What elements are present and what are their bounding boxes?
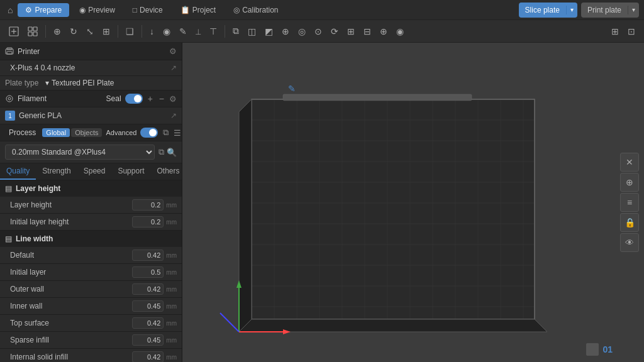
quality-tab-others[interactable]: Others	[150, 163, 182, 180]
tab-calibration[interactable]: ◎ Calibration	[226, 3, 286, 17]
tab-prepare[interactable]: ⚙ Prepare	[18, 3, 69, 17]
print-plate-button[interactable]: Print plate ▾	[581, 3, 639, 18]
svg-line-46	[220, 313, 239, 332]
support-button[interactable]: ↓	[146, 24, 158, 39]
process-global-tab[interactable]: Global	[42, 128, 70, 137]
toolbar-btn-k[interactable]: ◉	[392, 24, 408, 39]
t1-button[interactable]: ⊤	[206, 24, 221, 39]
toolbar-btn-e[interactable]: ◎	[294, 24, 309, 39]
initial-layer-height-input[interactable]	[132, 216, 164, 228]
filament-icon	[5, 94, 14, 103]
sparse-infill-label: Sparse infill	[10, 336, 132, 344]
default-lw-value: mm	[132, 250, 177, 261]
modify-button[interactable]: ✎	[175, 24, 191, 39]
svg-rect-3	[28, 27, 32, 31]
tab-preview[interactable]: ◉ Preview	[72, 3, 123, 17]
filament-add-button[interactable]: +	[147, 94, 154, 104]
seal-toggle[interactable]	[125, 94, 143, 104]
quality-tab-speed[interactable]: Speed	[77, 163, 112, 180]
move-button[interactable]: ⊕	[50, 24, 65, 39]
inner-wall-input[interactable]	[132, 300, 164, 312]
seam-button[interactable]: ◉	[159, 24, 174, 39]
home-button[interactable]: ⌂	[5, 4, 15, 16]
filament-remove-button[interactable]: −	[158, 94, 165, 104]
slice-plate-button[interactable]: Slice plate ▾	[519, 3, 577, 18]
quality-tab-strength[interactable]: Strength	[36, 163, 77, 180]
line-width-group-header[interactable]: ▤ Line width	[0, 231, 182, 247]
plate-square-icon	[586, 343, 599, 356]
setting-row-inner-wall: Inner wall mm	[0, 298, 182, 315]
setting-row-outer-wall: Outer wall mm	[0, 281, 182, 298]
toolbar-btn-f[interactable]: ⊙	[311, 24, 326, 39]
quality-tab-support[interactable]: Support	[111, 163, 150, 180]
profile-copy-button[interactable]: ⧉	[158, 147, 164, 157]
outer-wall-unit: mm	[166, 286, 177, 293]
toolbar-btn-g[interactable]: ⟳	[327, 24, 342, 39]
sparse-infill-input[interactable]	[132, 334, 164, 346]
tab-device[interactable]: □ Device	[125, 3, 170, 17]
tab-project[interactable]: 📋 Project	[173, 3, 223, 17]
svg-rect-6	[33, 32, 37, 36]
profile-search-button[interactable]: 🔍	[167, 147, 177, 157]
toolbar-btn-h[interactable]: ⊞	[343, 24, 358, 39]
top-surface-label: Top surface	[10, 319, 132, 327]
toolbar-btn-i[interactable]: ⊟	[360, 24, 375, 39]
toolbar-btn-j[interactable]: ⊕	[376, 24, 391, 39]
initial-layer-lw-input[interactable]	[132, 266, 164, 278]
preview-icon: ◉	[79, 6, 86, 14]
layers-button[interactable]: ≡	[620, 193, 639, 212]
internal-solid-infill-value: mm	[132, 351, 177, 362]
process-objects-tab[interactable]: Objects	[71, 128, 102, 137]
plate-type-value[interactable]: ▾ Textured PEI Plate	[45, 79, 114, 87]
layer-height-input[interactable]	[132, 199, 164, 211]
toolbar-btn-a[interactable]: ⧉	[229, 23, 243, 39]
advanced-label: Advanced	[106, 129, 136, 136]
view-settings-button[interactable]: ⊕	[620, 173, 639, 192]
rotate-button[interactable]: ↻	[66, 24, 81, 39]
layer-height-group-header[interactable]: ▤ Layer height	[0, 180, 182, 197]
printer-edit-icon[interactable]: ↗	[170, 63, 177, 72]
layer-height-group-title: Layer height	[16, 184, 60, 193]
inner-wall-unit: mm	[166, 303, 177, 310]
lock-button[interactable]: 🔒	[620, 213, 639, 232]
profile-select[interactable]: 0.20mm Standard @XPlus4	[5, 145, 155, 160]
grid-button[interactable]	[24, 24, 42, 39]
profile-icons: ⧉ 🔍	[158, 147, 177, 157]
internal-solid-infill-input[interactable]	[132, 351, 164, 362]
viewport[interactable]: ✎ ✕ ⊕ ≡ 🔒 👁 01	[182, 43, 644, 362]
main-layout: Printer ⚙ X-Plus 4 0.4 nozzle ↗ Plate ty…	[0, 43, 644, 362]
slice-dropdown-arrow[interactable]: ▾	[567, 6, 577, 13]
printer-section-header: Printer ⚙	[0, 43, 182, 60]
toolbar-btn-b[interactable]: ◫	[244, 24, 260, 39]
quality-tabs-row: Quality Strength Speed Support Others	[0, 163, 182, 180]
place-button[interactable]: ⊞	[99, 24, 114, 39]
process-copy-icon[interactable]: ⧉	[162, 128, 170, 138]
process-section-title: Process	[9, 128, 36, 137]
outer-wall-input[interactable]	[132, 283, 164, 295]
filament-gear-icon[interactable]: ⚙	[169, 94, 177, 104]
close-view-button[interactable]: ✕	[620, 153, 639, 172]
advanced-toggle[interactable]	[140, 128, 158, 138]
svg-marker-15	[252, 99, 535, 319]
printer-name-label: X-Plus 4 0.4 nozzle	[10, 63, 75, 72]
toolbar-btn-d[interactable]: ⊕	[278, 24, 293, 39]
toolbar-btn-c[interactable]: ◩	[261, 24, 277, 39]
filament-name-label: Generic PLA	[19, 111, 62, 120]
arrange-button[interactable]: ❑	[122, 24, 138, 39]
eye-button[interactable]: 👁	[620, 233, 639, 252]
toolbar-right-btn-2[interactable]: ⊡	[624, 24, 639, 39]
printer-gear-icon[interactable]: ⚙	[169, 47, 177, 56]
default-lw-input[interactable]	[132, 250, 164, 261]
filament-edit-icon[interactable]: ↗	[170, 111, 177, 120]
add-object-button[interactable]	[5, 24, 23, 39]
quality-tab-quality[interactable]: Quality	[0, 163, 36, 180]
internal-solid-infill-label: Internal solid infill	[10, 353, 132, 361]
left-panel: Printer ⚙ X-Plus 4 0.4 nozzle ↗ Plate ty…	[0, 43, 182, 362]
split-button[interactable]: ⟂	[192, 24, 204, 39]
top-surface-input[interactable]	[132, 317, 164, 329]
print-dropdown-arrow[interactable]: ▾	[628, 6, 639, 13]
process-list-icon[interactable]: ☰	[172, 128, 182, 138]
svg-marker-40	[239, 99, 252, 332]
scale-button[interactable]: ⤡	[82, 24, 97, 39]
toolbar-right-btn-1[interactable]: ⊞	[608, 24, 623, 39]
